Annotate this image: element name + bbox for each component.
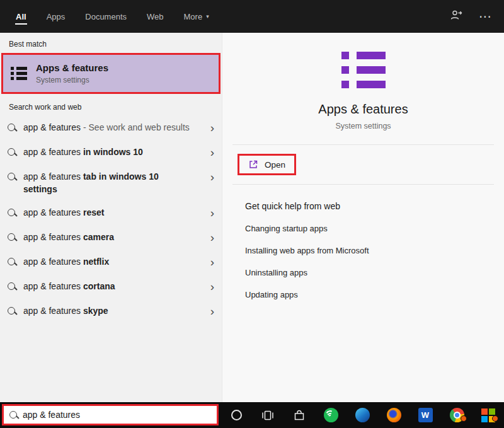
- suggestion-row[interactable]: app & features netflix ›: [0, 250, 222, 275]
- suggestion-row[interactable]: app & features skype ›: [0, 299, 222, 324]
- chevron-right-icon[interactable]: ›: [210, 231, 214, 245]
- preview-title: Apps & features: [222, 102, 504, 117]
- suggestion-row[interactable]: app & features tab in windows 10 setting…: [0, 165, 222, 201]
- apps-features-large-icon: [341, 52, 386, 88]
- search-icon: [8, 124, 15, 131]
- open-external-icon: [248, 159, 258, 170]
- suggestion-row[interactable]: app & features - See work and web result…: [0, 116, 222, 141]
- microsoft-app-icon[interactable]: [481, 408, 496, 423]
- preview-subtitle: System settings: [222, 122, 504, 130]
- suggestion-row[interactable]: app & features in windows 10 ›: [0, 141, 222, 165]
- suggestion-row[interactable]: app & features camera ›: [0, 226, 222, 250]
- annotation-open-button: Open: [238, 154, 296, 175]
- tab-all[interactable]: All: [15, 0, 27, 33]
- quick-help-section: Get quick help from web Changing startup…: [222, 185, 504, 316]
- help-link-uninstalling[interactable]: Uninstalling apps: [245, 268, 307, 277]
- suggestion-row[interactable]: app & features cortana ›: [0, 275, 222, 299]
- chevron-right-icon[interactable]: ›: [210, 146, 214, 159]
- chevron-right-icon[interactable]: ›: [210, 255, 214, 269]
- spotify-icon[interactable]: [323, 408, 338, 423]
- apps-features-icon: [11, 67, 27, 80]
- notification-badge: [461, 415, 467, 422]
- word-icon[interactable]: W: [418, 408, 433, 423]
- search-icon: [8, 209, 15, 216]
- cortana-icon[interactable]: [229, 408, 244, 423]
- notification-badge: [492, 415, 498, 422]
- search-results-panel: Best match Apps & features System settin…: [0, 33, 222, 402]
- help-link-web-apps[interactable]: Installing web apps from Microsoft: [245, 246, 369, 255]
- best-match-title: Apps & features: [36, 62, 108, 73]
- sign-in-icon[interactable]: [450, 9, 462, 23]
- search-icon: [8, 307, 15, 315]
- help-link-updating[interactable]: Updating apps: [245, 290, 298, 299]
- chevron-right-icon[interactable]: ›: [210, 280, 214, 294]
- chevron-right-icon[interactable]: ›: [210, 170, 214, 184]
- annotation-best-match: Apps & features System settings: [1, 53, 220, 94]
- suggestion-row[interactable]: app & features reset ›: [0, 201, 222, 226]
- chevron-right-icon[interactable]: ›: [210, 206, 214, 220]
- chevron-right-icon[interactable]: ›: [210, 304, 214, 318]
- open-button[interactable]: Open: [239, 156, 294, 173]
- tab-apps[interactable]: Apps: [46, 0, 66, 33]
- task-view-icon[interactable]: [260, 408, 275, 423]
- open-button-label: Open: [265, 160, 285, 170]
- search-icon: [8, 173, 15, 180]
- tab-documents[interactable]: Documents: [84, 0, 127, 33]
- firefox-icon[interactable]: [386, 408, 401, 423]
- topbar-actions: ⋯: [450, 9, 491, 23]
- quick-help-header: Get quick help from web: [245, 201, 481, 211]
- search-icon: [8, 233, 15, 241]
- edge-icon[interactable]: [355, 408, 370, 423]
- help-link-startup-apps[interactable]: Changing startup apps: [245, 224, 328, 233]
- search-web-header: Search work and web: [0, 94, 222, 116]
- search-input[interactable]: [23, 410, 211, 420]
- filter-tabs: All Apps Documents Web More ▾: [15, 0, 210, 33]
- best-match-subtitle: System settings: [36, 76, 108, 84]
- search-icon: [9, 411, 17, 419]
- search-icon: [8, 258, 15, 265]
- windows-search-flyout: All Apps Documents Web More ▾ ⋯ Best mat…: [0, 0, 504, 428]
- microsoft-store-icon[interactable]: [292, 408, 307, 423]
- chrome-icon[interactable]: [449, 408, 464, 423]
- ellipsis-icon[interactable]: ⋯: [479, 10, 491, 23]
- chevron-down-icon: ▾: [206, 13, 209, 20]
- tab-more[interactable]: More ▾: [183, 0, 210, 33]
- search-filter-bar: All Apps Documents Web More ▾ ⋯: [0, 0, 504, 33]
- result-preview-panel: Apps & features System settings Open Get…: [222, 33, 504, 402]
- best-match-result[interactable]: Apps & features System settings: [3, 55, 219, 92]
- tab-web[interactable]: Web: [146, 0, 164, 33]
- best-match-header: Best match: [0, 33, 222, 53]
- search-icon: [8, 148, 15, 156]
- search-icon: [8, 282, 15, 290]
- chevron-right-icon[interactable]: ›: [210, 121, 214, 135]
- annotation-search-box: [2, 404, 219, 425]
